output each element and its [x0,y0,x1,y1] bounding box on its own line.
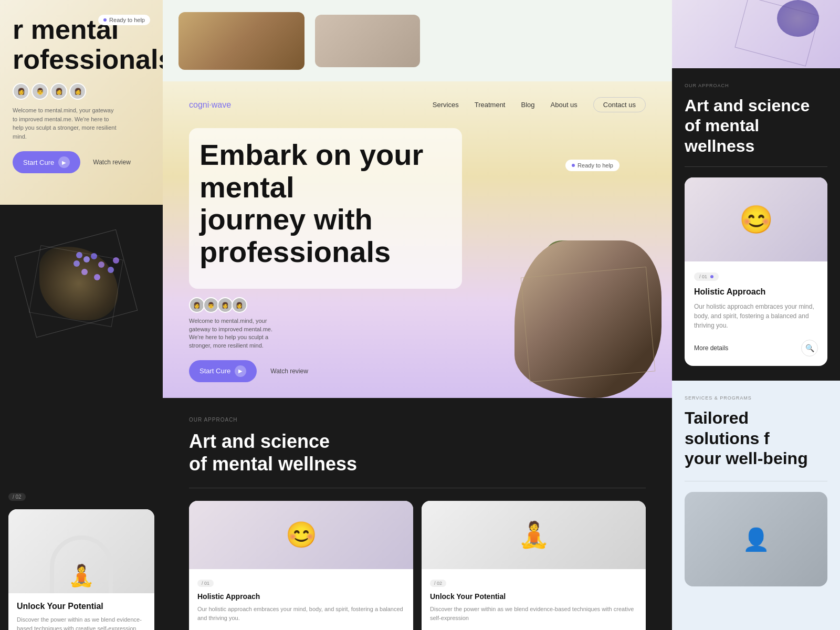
holistic-desc: Our holistic approach embraces your mind… [694,302,818,330]
approach-cards-row: 😊 / 01 Holistic Approach Our holistic ap… [189,501,646,630]
card-02-body: / 02 Unlock Your Potential Discover the … [422,569,646,630]
hero-welcome-text: Welcome to mental.mind, your gateway to … [189,317,273,350]
dark-card-bottom-left: / 02 🧘 Unlock Your Potential Discover th… [0,205,163,630]
arrow-icon-center: ▶ [235,365,246,377]
card-number-badge: / 02 [8,493,26,501]
geo-frame-2 [29,245,123,327]
approach-card-02: 🧘 / 02 Unlock Your Potential Discover th… [422,501,646,630]
nav-bar: cogni·wave Services Treatment Blog About… [189,97,646,112]
unlock-card-content: Unlock Your Potential Discover the power… [8,593,154,630]
avatar-1: 👩 [13,83,29,100]
hero-section: cogni·wave Services Treatment Blog About… [163,81,672,398]
welcome-text-left: Welcome to mental.mind, your gateway to … [13,106,118,141]
watch-review-link-center[interactable]: Watch review [270,368,308,375]
right-approach-label: OUR APPROACH [685,83,827,88]
figure-silhouette: 🧘 [68,563,94,588]
arrow-icon: ▶ [58,156,70,168]
avatar-2: 👨 [32,83,48,100]
nav-logo: cogni·wave [189,100,231,110]
right-approach-title: Art and science of mental wellness [685,96,827,156]
hero-actions: Start Cure ▶ Watch review [189,360,308,382]
unlock-desc: Discover the power within as we blend ev… [17,615,146,630]
right-approach-section: OUR APPROACH Art and science of mental w… [672,68,840,381]
approach-title-center: Art and science of mental wellness [189,430,646,475]
approach-label-center: OUR APPROACH [189,417,646,423]
holistic-card-body: / 01 Holistic Approach Our holistic appr… [685,261,827,366]
approach-card-01: 😊 / 01 Holistic Approach Our holistic ap… [189,501,413,630]
card-02-title: Unlock Your Potential [430,592,637,601]
h-avatar-3: 👩 [217,297,233,313]
holistic-more-details[interactable]: More details [694,344,728,352]
3d-top-right [735,0,830,68]
services-image-card: 👤 [685,492,827,586]
avatars-left: 👩 👨 👩 👩 [13,83,150,100]
nav-links: Services Treatment Blog About us Contact… [433,97,646,112]
start-cure-button-left[interactable]: Start Cure ▶ [13,151,80,173]
divider-center [189,488,646,488]
card-01-number: / 01 [197,580,214,587]
holistic-footer: More details 🔍 [694,340,818,356]
right-column: OUR APPROACH Art and science of mental w… [672,0,840,630]
top-right-card [672,0,840,68]
holistic-card-image: 😊 [685,177,827,261]
card-01-body: / 01 Holistic Approach Our holistic appr… [189,569,413,630]
services-title: Tailored solutions f your well-being [685,408,827,468]
hero-title-center: Embark on your mental journey with profe… [200,139,452,268]
ready-badge-text: Ready to help [109,17,145,23]
hero-badge-dot [572,164,575,167]
3d-inner [13,231,150,346]
unlock-title: Unlock Your Potential [17,602,146,611]
unlock-card: 🧘 Unlock Your Potential Discover the pow… [8,509,154,630]
nav-link-services[interactable]: Services [433,101,459,109]
h-avatar-2: 👨 [203,297,219,313]
card-01-title: Holistic Approach [197,592,405,601]
hero-card-top-left: Ready to help r mental rofessionals 👩 👨 … [0,0,163,205]
image-placeholder-1 [178,12,304,70]
card-02-desc: Discover the power within as we blend ev… [430,605,637,622]
watch-review-link-left[interactable]: Watch review [93,159,131,166]
holistic-dot [710,275,713,278]
badge-dot [103,18,107,22]
nav-link-blog[interactable]: Blog [521,101,534,109]
3d-object-left [0,215,163,362]
services-divider [685,481,827,481]
avatar-3: 👩 [50,83,67,100]
holistic-title: Holistic Approach [694,287,818,297]
contact-button[interactable]: Contact us [593,97,646,112]
approach-section-center: OUR APPROACH Art and science of mental w… [163,398,672,630]
card-01-desc: Our holistic approach embraces your mind… [197,605,405,622]
h-avatar-4: 👩 [232,297,247,313]
h-avatar-1: 👩 [189,297,205,313]
unlock-card-image: 🧘 [8,509,154,593]
center-column: cogni·wave Services Treatment Blog About… [163,0,672,630]
card-01-image: 😊 [189,501,413,569]
services-image: 👤 [685,492,827,586]
search-button-holistic[interactable]: 🔍 [801,340,818,356]
card-02-image: 🧘 [422,501,646,569]
holistic-num-badge: / 01 [694,272,719,281]
services-section: SERVICES & PROGRAMS Tailored solutions f… [672,381,840,630]
card-02-number: / 02 [430,580,446,587]
services-label: SERVICES & PROGRAMS [685,395,827,401]
nav-link-about[interactable]: About us [551,101,578,109]
hero-avatars: 👩 👨 👩 👩 [189,297,308,313]
image-placeholder-2 [315,15,420,67]
holistic-card: 😊 / 01 Holistic Approach Our holistic ap… [685,177,827,366]
image-strip [163,0,672,81]
nav-link-treatment[interactable]: Treatment [475,101,506,109]
start-cure-button-center[interactable]: Start Cure ▶ [189,360,257,382]
ready-badge-left: Ready to help [98,15,150,25]
avatar-4: 👩 [69,83,86,100]
left-column: Ready to help r mental rofessionals 👩 👨 … [0,0,163,630]
hero-content: Embark on your mental journey with profe… [189,128,646,297]
right-divider [685,166,827,167]
hero-ready-badge: Ready to help [565,160,620,171]
